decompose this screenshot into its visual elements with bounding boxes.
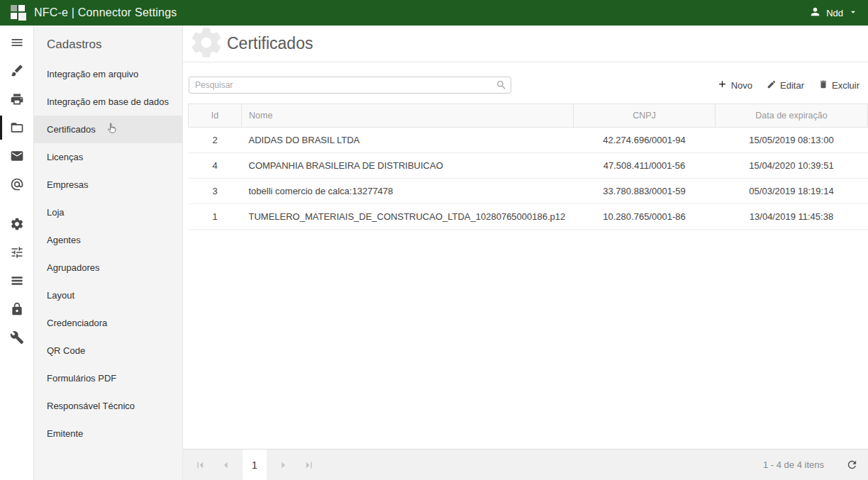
top-bar: NFC-e | Connector Settings Ndd [0,0,868,26]
column-header-nome[interactable]: Nome [242,104,574,128]
sidebar-heading: Cadastros [34,26,182,60]
sidebar-item-agentes[interactable]: Agentes [34,226,182,254]
menu-icon[interactable] [0,28,34,57]
cell-cnpj: 42.274.696/0001-94 [574,128,716,153]
sidebar-item-label: Empresas [47,179,89,190]
next-page-button[interactable] [275,457,292,474]
cell-nome: COMPANHIA BRASILEIRA DE DISTRIBUICAO [242,153,574,179]
cell-nome: ADIDAS DO BRASIL LTDA [242,128,574,153]
pagination-bar: 1 1 - 4 de 4 itens [183,449,868,480]
sidebar-item-label: Agentes [47,235,81,245]
page-title: Certificados [227,34,313,53]
action-buttons: Novo Editar Excluir [717,79,859,91]
cell-id: 3 [189,179,242,204]
app-logo-icon [10,4,27,21]
sidebar-item-licencas[interactable]: Licenças [34,143,182,171]
sidebar-item-label: Licenças [47,152,83,162]
sidebar-item-label: Layout [47,290,74,301]
user-name: Ndd [826,8,843,18]
sidebar-item-label: Formulários PDF [47,373,116,384]
data-grid: IdNomeCNPJData de expiração 2ADIDAS DO B… [183,104,868,449]
sliders-icon[interactable] [0,238,34,267]
cell-id: 1 [189,204,242,230]
grid-toolbar: Novo Editar Excluir [183,62,868,104]
sidebar-item-credenciadora[interactable]: Credenciadora [34,309,182,337]
brush-icon[interactable] [0,57,34,85]
cell-cnpj: 47.508.411/0001-56 [574,153,716,179]
at-icon[interactable] [0,170,34,199]
table-row[interactable]: 1TUMELERO_MATERIAIS_DE_CONSTRUCAO_LTDA_1… [189,204,868,230]
refresh-button[interactable] [844,457,859,473]
user-icon [809,6,821,20]
plus-icon [717,79,728,91]
hand-cursor-icon [105,121,118,136]
sidebar-item-integracao-em-arquivo[interactable]: Integração em arquivo [34,60,182,88]
rows-icon[interactable] [0,267,34,295]
folder-open-icon[interactable] [0,113,34,142]
sidebar-item-loja[interactable]: Loja [34,199,182,226]
cell-data-de-expiracao: 05/03/2019 18:19:14 [716,179,868,204]
column-header-data-de-expiracao[interactable]: Data de expiração [716,104,868,128]
search-icon[interactable] [496,79,507,91]
cell-cnpj: 10.280.765/0001-86 [574,204,716,230]
search-input[interactable] [189,77,511,94]
pencil-icon [767,79,777,91]
cell-cnpj: 33.780.883/0001-59 [574,179,716,204]
sidebar-item-label: Credenciadora [47,318,107,328]
page-header: Certificados [183,26,868,62]
sidebar-item-integracao-em-base-de-dados[interactable]: Integração em base de dados [34,88,182,116]
delete-button[interactable]: Excluir [818,79,859,91]
printer-icon[interactable] [0,85,34,113]
sidebar-item-layout[interactable]: Layout [34,281,182,309]
search-box [189,77,511,94]
main-content: Certificados Novo Editar [183,26,868,480]
previous-page-button[interactable] [217,457,234,474]
new-button-label: Novo [731,80,752,91]
sidebar-item-label: Agrupadores [47,262,99,273]
sidebar-item-label: QR Code [47,345,85,356]
envelope-icon[interactable] [0,142,34,170]
sidebar-item-label: Loja [47,207,65,218]
cell-data-de-expiracao: 13/04/2019 11:45:38 [716,204,868,230]
last-page-button[interactable] [301,457,318,474]
chevron-down-icon [848,7,858,19]
trash-icon [818,79,828,91]
sidebar-item-label: Integração em base de dados [47,96,169,107]
sidebar-item-responsavel-tecnico[interactable]: Responsável Técnico [34,392,182,420]
sidebar-item-certificados[interactable]: Certificados [34,116,182,143]
pager-summary: 1 - 4 de 4 itens [763,459,824,470]
cell-nome: TUMELERO_MATERIAIS_DE_CONSTRUCAO_LTDA_10… [242,204,574,230]
edit-button[interactable]: Editar [767,79,804,91]
cell-data-de-expiracao: 15/04/2020 10:39:51 [716,153,868,179]
cell-id: 4 [189,153,242,179]
wrench-icon[interactable] [0,323,34,352]
table-row[interactable]: 3tobelli comercio de calca:1327747833.78… [189,179,868,204]
sidebar-item-label: Emitente [47,428,83,439]
table-row[interactable]: 4COMPANHIA BRASILEIRA DE DISTRIBUICAO47.… [189,153,868,179]
edit-button-label: Editar [780,80,804,91]
sidebar-item-empresas[interactable]: Empresas [34,171,182,199]
sidebar-item-qr-code[interactable]: QR Code [34,337,182,364]
certificate-badge-icon [189,25,224,60]
sidebar-item-label: Integração em arquivo [47,69,138,79]
column-header-cnpj[interactable]: CNPJ [574,104,716,128]
delete-button-label: Excluir [832,80,859,91]
cell-data-de-expiracao: 15/05/2019 08:13:00 [716,128,868,153]
new-button[interactable]: Novo [717,79,752,91]
sidebar-item-formularios-pdf[interactable]: Formulários PDF [34,364,182,392]
column-header-id[interactable]: Id [189,104,242,128]
icon-rail [0,26,34,480]
cell-nome: tobelli comercio de calca:13277478 [242,179,574,204]
table-row[interactable]: 2ADIDAS DO BRASIL LTDA42.274.696/0001-94… [189,128,868,153]
app-title: NFC-e | Connector Settings [34,6,177,19]
sidebar-item-emitente[interactable]: Emitente [34,420,182,447]
first-page-button[interactable] [191,457,208,474]
current-page-button[interactable]: 1 [243,450,267,480]
cell-id: 2 [189,128,242,153]
user-menu[interactable]: Ndd [809,6,858,20]
gear-icon[interactable] [0,210,34,238]
sidebar-item-label: Responsável Técnico [47,401,135,411]
lock-icon[interactable] [0,295,34,323]
sidebar-item-label: Certificados [47,124,96,135]
sidebar-item-agrupadores[interactable]: Agrupadores [34,254,182,281]
